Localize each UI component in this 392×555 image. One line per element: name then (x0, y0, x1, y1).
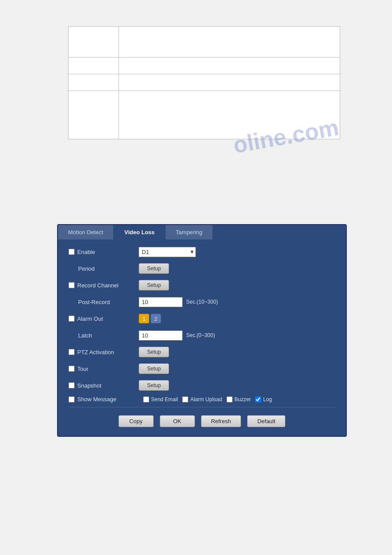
latch-input[interactable] (139, 330, 183, 341)
snapshot-row: Snapshot Setup (68, 379, 335, 392)
record-channel-label[interactable]: Record Channel (68, 282, 139, 289)
buzzer-checkbox[interactable] (227, 396, 233, 403)
tabs-container: Motion Detect Video Loss Tampering (58, 225, 346, 239)
table-label-4 (68, 91, 119, 139)
period-row: Period Setup (68, 262, 335, 275)
ptz-activation-label[interactable]: PTZ Activation (68, 349, 139, 355)
tab-video-loss[interactable]: Video Loss (114, 225, 165, 239)
enable-checkbox[interactable] (68, 249, 75, 255)
period-label: Period (68, 265, 139, 272)
show-message-row: Show Message Send Email Alarm Upload Buz… (68, 396, 335, 403)
send-email-label[interactable]: Send Email (143, 396, 178, 403)
ptz-setup-button[interactable]: Setup (139, 347, 169, 357)
alarm-out-label[interactable]: Alarm Out (68, 316, 139, 322)
alarm-out-checkbox[interactable] (68, 316, 75, 322)
tour-setup-button[interactable]: Setup (139, 363, 169, 374)
record-channel-setup-button[interactable]: Setup (139, 280, 169, 290)
log-label[interactable]: Log (255, 396, 272, 403)
button-row: Copy OK Refresh Default (68, 411, 335, 430)
default-button[interactable]: Default (247, 415, 285, 427)
log-checkbox[interactable] (255, 396, 261, 403)
alarm-btn-1[interactable]: 1 (139, 314, 149, 323)
form-content: Enable D1 D2 D3 D4 ▼ Period Setup Record… (58, 239, 346, 436)
top-table (68, 26, 340, 139)
ptz-activation-row: PTZ Activation Setup (68, 346, 335, 358)
table-content-1 (119, 27, 340, 58)
period-setup-button[interactable]: Setup (139, 263, 169, 274)
alarm-upload-checkbox[interactable] (182, 396, 188, 403)
ptz-activation-checkbox[interactable] (68, 349, 75, 355)
post-record-unit: Sec.(10~300) (186, 299, 218, 305)
video-loss-dialog: Motion Detect Video Loss Tampering Enabl… (57, 224, 347, 437)
table-label-2 (68, 58, 119, 74)
snapshot-checkbox[interactable] (68, 382, 75, 388)
record-channel-row: Record Channel Setup (68, 279, 335, 291)
ok-button[interactable]: OK (160, 415, 195, 427)
buzzer-label[interactable]: Buzzer (227, 396, 251, 403)
snapshot-label[interactable]: Snapshot (68, 382, 139, 389)
table-content-4 (119, 91, 340, 139)
show-message-checkbox[interactable] (68, 396, 75, 403)
table-content-2 (119, 58, 340, 74)
latch-label: Latch (68, 332, 139, 339)
snapshot-setup-button[interactable]: Setup (139, 380, 169, 391)
alarm-out-row: Alarm Out 1 2 (68, 312, 335, 325)
tour-checkbox[interactable] (68, 366, 75, 372)
channel-select[interactable]: D1 D2 D3 D4 (139, 247, 196, 257)
enable-label[interactable]: Enable (68, 249, 139, 255)
latch-row: Latch Sec.(0~300) (68, 329, 335, 341)
table-content-3 (119, 74, 340, 91)
divider (68, 407, 335, 407)
channel-dropdown-container: D1 D2 D3 D4 ▼ (139, 247, 194, 257)
send-email-checkbox[interactable] (143, 396, 149, 403)
enable-row: Enable D1 D2 D3 D4 ▼ (68, 246, 335, 258)
post-record-input[interactable] (139, 297, 183, 307)
post-record-label: Post-Record (68, 299, 139, 305)
show-message-label[interactable]: Show Message (68, 396, 139, 403)
latch-unit: Sec.(0~300) (186, 332, 215, 338)
alarm-upload-label[interactable]: Alarm Upload (182, 396, 222, 403)
copy-button[interactable]: Copy (119, 415, 154, 427)
post-record-row: Post-Record Sec.(10~300) (68, 296, 335, 308)
tour-label[interactable]: Tour (68, 366, 139, 372)
tab-tampering[interactable]: Tampering (165, 225, 212, 239)
table-label-1 (68, 27, 119, 58)
tab-motion-detect[interactable]: Motion Detect (58, 225, 113, 239)
tour-row: Tour Setup (68, 363, 335, 375)
table-label-3 (68, 74, 119, 91)
refresh-button[interactable]: Refresh (201, 415, 241, 427)
record-channel-checkbox[interactable] (68, 282, 75, 288)
alarm-btn-2[interactable]: 2 (151, 314, 161, 323)
